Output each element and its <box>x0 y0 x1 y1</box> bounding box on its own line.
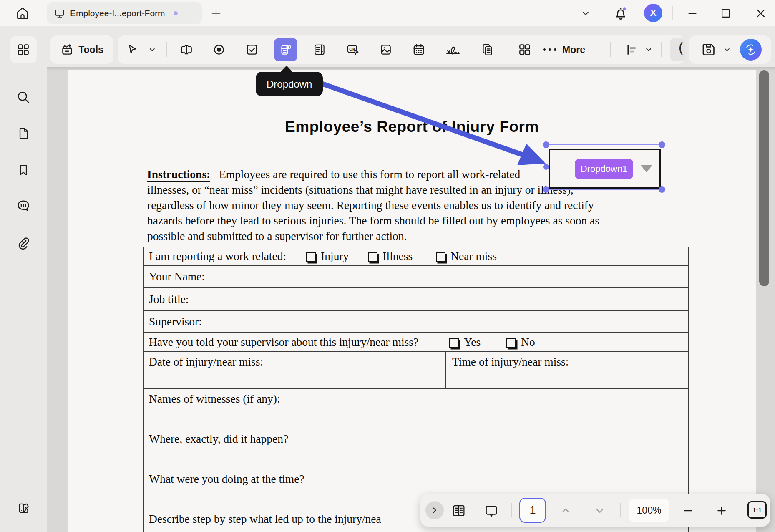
two-page-view-icon <box>451 503 466 518</box>
arrange-fields-tool-button[interactable] <box>513 38 536 61</box>
text-field-tool-button[interactable] <box>175 38 198 61</box>
sidebar-divider <box>12 73 35 73</box>
table-row: Have you told your supervisor about this… <box>144 332 688 351</box>
table-row: I am reporting a work related: Injury Il… <box>144 247 688 265</box>
row-label: Time of injury/near miss: <box>452 355 569 368</box>
titlebar-separator <box>672 6 673 20</box>
left-sidebar <box>0 26 47 532</box>
copy-fields-tool-button[interactable] <box>476 38 499 61</box>
panels-grid-button[interactable] <box>10 36 37 63</box>
minimize-icon <box>686 7 699 20</box>
toolbar: Tools <box>47 26 775 67</box>
notifications-button[interactable] <box>612 5 629 22</box>
row-label: Your Name: <box>149 270 205 283</box>
home-button[interactable] <box>13 3 33 23</box>
save-dropdown[interactable] <box>721 43 733 56</box>
color-swatches-icon <box>16 501 31 516</box>
actual-size-button[interactable]: 1:1 <box>747 501 767 519</box>
list-box-tool-button[interactable] <box>308 38 331 61</box>
more-tools-button[interactable]: More <box>542 38 585 61</box>
zoom-in-button[interactable] <box>712 503 732 518</box>
select-tool-button[interactable] <box>120 38 143 61</box>
chevron-down-icon <box>580 8 591 19</box>
chevron-up-icon <box>559 504 572 517</box>
dropdown1-value[interactable]: Dropdown1 <box>575 159 633 179</box>
paperclip-icon <box>16 236 31 251</box>
ai-assistant-button[interactable] <box>740 39 762 61</box>
next-page-button[interactable] <box>591 503 609 518</box>
save-group <box>689 35 771 64</box>
toolbox-icon <box>60 43 74 57</box>
push-button-tool-button[interactable]: OK <box>341 38 365 61</box>
select-tool-dropdown[interactable] <box>146 43 159 56</box>
zoom-level-field[interactable]: 100% <box>629 499 669 522</box>
dropdown-tooltip: Dropdown <box>256 72 323 96</box>
sidebar-item-themes[interactable] <box>10 495 37 522</box>
page-layout-button[interactable] <box>450 502 468 519</box>
align-tool-button[interactable] <box>623 41 640 58</box>
tools-menu-button[interactable]: Tools <box>50 35 113 64</box>
table-row[interactable]: Where, exactly, did it happen? <box>144 429 688 469</box>
table-row[interactable]: Job title: <box>144 287 688 310</box>
checkbox-option[interactable]: Injury <box>306 250 349 263</box>
radio-button-tool-button[interactable] <box>207 38 231 61</box>
date-cell[interactable]: Date of injury/near miss: <box>144 352 445 368</box>
new-tab-button[interactable] <box>209 6 224 21</box>
previous-page-button[interactable] <box>556 503 575 518</box>
copy-fields-icon <box>480 43 494 57</box>
checkbox-icon <box>245 43 259 57</box>
chevron-down-icon <box>594 504 606 517</box>
radio-button-icon <box>212 43 226 57</box>
dropdown-tool-button[interactable] <box>274 38 297 61</box>
save-icon <box>701 42 717 58</box>
plus-icon <box>715 504 728 517</box>
maximize-button[interactable] <box>718 7 733 20</box>
table-row[interactable]: Your Name: <box>144 265 688 287</box>
document-tab[interactable]: Employee-I...eport-Form <box>47 2 202 24</box>
save-button[interactable] <box>699 40 718 59</box>
table-row[interactable]: Names of witnesses (if any): <box>144 388 688 429</box>
tooltip-caret <box>280 66 293 72</box>
close-button[interactable] <box>753 7 768 20</box>
time-cell[interactable]: Time of injury/near miss: <box>445 352 688 388</box>
page-number-input[interactable] <box>519 498 546 523</box>
dropdown1-form-field[interactable]: Dropdown1 <box>549 149 661 189</box>
signature-field-tool-button[interactable] <box>441 38 465 61</box>
search-icon <box>16 90 31 105</box>
checkbox-option[interactable]: No <box>506 335 535 349</box>
checkbox-option[interactable]: Yes <box>449 335 481 349</box>
vertical-scrollbar[interactable] <box>759 70 769 286</box>
checkbox-option[interactable]: Near miss <box>436 250 497 263</box>
sidebar-item-search[interactable] <box>10 84 37 111</box>
text-field-icon <box>179 43 194 57</box>
collapse-bar-button[interactable] <box>425 501 444 519</box>
minimize-button[interactable] <box>685 7 700 20</box>
sidebar-item-bookmarks[interactable] <box>10 157 37 184</box>
presentation-button[interactable] <box>482 502 501 519</box>
form-tools-group: OK <box>118 35 685 64</box>
user-avatar[interactable]: X <box>644 4 662 22</box>
table-row[interactable]: Supervisor: <box>144 310 688 332</box>
dropdown-arrow-icon[interactable] <box>641 165 652 172</box>
checkbox-option[interactable]: Illness <box>368 250 413 263</box>
checkbox-glyph <box>436 252 445 262</box>
toolbar-separator <box>610 42 611 57</box>
pdf-editor-window: Employee-I...eport-Form <box>0 0 775 532</box>
align-dropdown[interactable] <box>642 43 655 56</box>
row-label: Names of witnesses (if any): <box>149 392 280 406</box>
checkbox-tool-button[interactable] <box>240 38 264 61</box>
sidebar-item-thumbnails[interactable] <box>10 120 37 147</box>
title-bar: Employee-I...eport-Form <box>0 0 775 26</box>
image-field-tool-button[interactable] <box>374 38 398 61</box>
comment-icon <box>16 199 31 214</box>
dropdown-field-icon <box>279 43 293 57</box>
sidebar-item-attachments[interactable] <box>10 230 37 257</box>
image-icon <box>379 43 393 57</box>
sidebar-item-comments[interactable] <box>10 193 37 219</box>
zoom-out-button[interactable] <box>678 503 698 518</box>
arrange-grid-icon <box>518 43 532 57</box>
tabs-dropdown-button[interactable] <box>579 8 592 19</box>
bookmark-icon <box>17 164 30 177</box>
avatar-initial: X <box>650 8 657 18</box>
date-field-tool-button[interactable] <box>407 38 430 61</box>
